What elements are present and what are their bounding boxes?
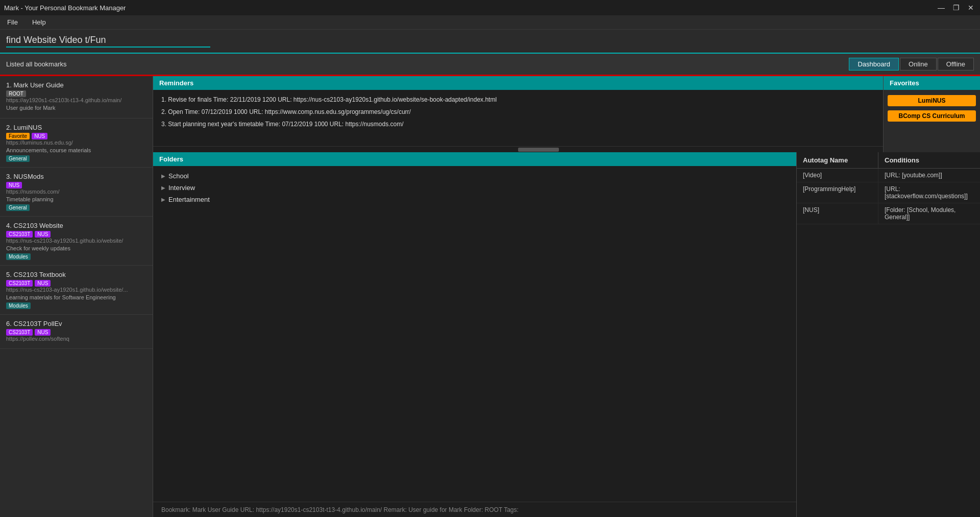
reminders-main: Reminders 1. Revise for finals Time: 22/… — [153, 76, 883, 152]
search-input[interactable] — [6, 35, 210, 48]
reminders-content: 1. Revise for finals Time: 22/11/2019 12… — [153, 90, 883, 146]
tab-online[interactable]: Online — [900, 58, 937, 70]
list-item[interactable]: 3. NUSModsNUShttps://nusmods.com/Timetab… — [0, 168, 153, 217]
statusbar: Listed all bookmarks Dashboard Online Of… — [0, 54, 980, 76]
autotag-rows: [Video] [URL: [youtube.com]] [Programmin… — [797, 169, 980, 517]
menu-file[interactable]: File — [4, 16, 21, 28]
tab-dashboard[interactable]: Dashboard — [849, 58, 899, 70]
titlebar: Mark - Your Personal Bookmark Manager — … — [0, 0, 980, 15]
autotag-condition-cell: [Folder: [School, Modules, General]] — [878, 203, 980, 224]
favorite-button[interactable]: LumiNUS — [888, 95, 976, 106]
reminder-item: 3. Start planning next year's timetable … — [161, 120, 875, 129]
list-item[interactable]: 5. CS2103 TextbookCS2103TNUShttps://nus-… — [0, 266, 153, 315]
autotag-name-cell: [Video] — [797, 169, 878, 182]
close-button[interactable]: ✕ — [966, 4, 976, 12]
reminder-item: 1. Revise for finals Time: 22/11/2019 12… — [161, 95, 875, 104]
right-panel: Reminders 1. Revise for finals Time: 22/… — [153, 76, 980, 517]
autotag-name-cell: [NUS] — [797, 203, 878, 224]
bookmark-detail: Bookmark: Mark User Guide URL: https://a… — [153, 502, 796, 517]
list-item[interactable]: 4. CS2103 WebsiteCS2103TNUShttps://nus-c… — [0, 217, 153, 266]
folders-panel: Folders ▶School▶Interview▶Entertainment … — [153, 152, 796, 517]
favorites-header: Favorites — [884, 76, 980, 90]
list-item[interactable]: 2. LumiNUSFavoriteNUShttps://luminus.nus… — [0, 119, 153, 168]
favorite-button[interactable]: BComp CS Curriculum — [888, 110, 976, 122]
searchbar — [0, 30, 980, 54]
autotag-name-cell: [ProgrammingHelp] — [797, 182, 878, 203]
folders-header: Folders — [153, 152, 796, 166]
main-content: 1. Mark User GuideROOThttps://ay1920s1-c… — [0, 76, 980, 517]
autotag-condition-cell: [URL: [youtube.com]] — [878, 169, 980, 182]
reminder-item: 2. Open Time: 07/12/2019 1000 URL: https… — [161, 107, 875, 116]
autotag-conditions-header: Conditions — [878, 152, 980, 168]
list-item[interactable]: 6. CS2103T PollEvCS2103TNUShttps://polle… — [0, 315, 153, 349]
autotag-row: [Video] [URL: [youtube.com]] — [797, 169, 980, 182]
menubar: File Help — [0, 15, 980, 30]
autotag-header: Autotag Name Conditions — [797, 152, 980, 169]
reminders-with-fav: Reminders 1. Revise for finals Time: 22/… — [153, 76, 980, 152]
autotag-condition-cell: [URL: [stackoverflow.com/questions]] — [878, 182, 980, 203]
favorites-top: Favorites LumiNUSBComp CS Curriculum — [883, 76, 980, 152]
folder-item[interactable]: ▶School — [157, 170, 792, 182]
autotag-row: [ProgrammingHelp] [URL: [stackoverflow.c… — [797, 182, 980, 203]
autotag-name-header: Autotag Name — [797, 152, 878, 168]
folder-item[interactable]: ▶Entertainment — [157, 194, 792, 205]
folder-item[interactable]: ▶Interview — [157, 182, 792, 194]
list-item[interactable]: 1. Mark User GuideROOThttps://ay1920s1-c… — [0, 76, 153, 119]
titlebar-title: Mark - Your Personal Bookmark Manager — [4, 4, 126, 12]
bookmark-list: 1. Mark User GuideROOThttps://ay1920s1-c… — [0, 76, 153, 517]
tab-buttons: Dashboard Online Offline — [849, 58, 974, 70]
reminders-header: Reminders — [153, 76, 883, 90]
autotag-row: [NUS] [Folder: [School, Modules, General… — [797, 203, 980, 224]
minimize-button[interactable]: — — [936, 4, 947, 12]
folders-content: ▶School▶Interview▶Entertainment — [153, 166, 796, 502]
menu-help[interactable]: Help — [29, 16, 49, 28]
autotag-panel: Autotag Name Conditions [Video] [URL: [y… — [796, 152, 980, 517]
status-text: Listed all bookmarks — [6, 60, 67, 68]
tab-offline[interactable]: Offline — [938, 58, 974, 70]
reminders-scrollbar[interactable] — [153, 146, 883, 152]
bottom-section: Folders ▶School▶Interview▶Entertainment … — [153, 152, 980, 517]
restore-button[interactable]: ❐ — [951, 4, 962, 12]
titlebar-controls: — ❐ ✕ — [936, 4, 976, 12]
favorites-content: LumiNUSBComp CS Curriculum — [884, 90, 980, 127]
